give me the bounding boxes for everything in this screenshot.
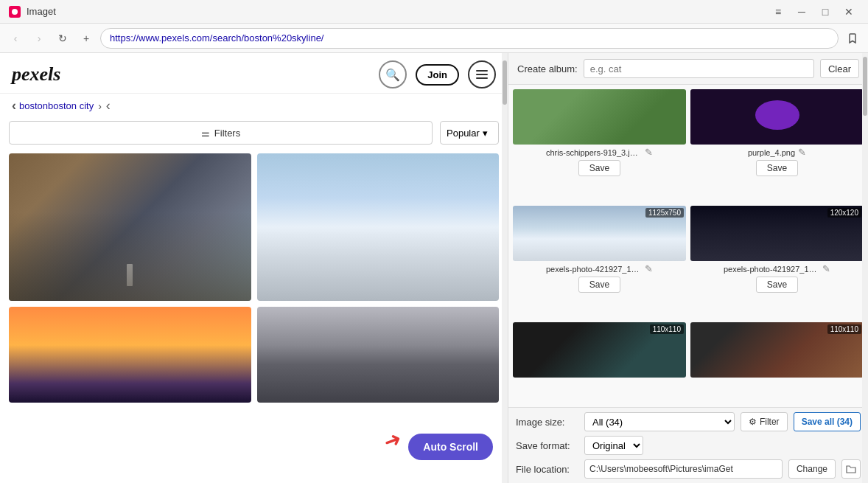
svg-point-0 [12, 9, 18, 15]
menu-hamburger-btn[interactable] [468, 60, 496, 88]
tile-save-btn-4[interactable]: Save [756, 277, 798, 293]
panel-scrollbar[interactable] [862, 53, 868, 483]
img-col-right [257, 153, 500, 403]
tile-edit-icon-3[interactable]: ✎ [645, 263, 653, 274]
scrollbar-track[interactable] [502, 53, 508, 483]
titlebar-left: Imaget [9, 6, 56, 18]
tile-6: 110x110 [690, 322, 864, 403]
arrow-indicator: ➜ [380, 426, 405, 455]
tile-img-6[interactable]: 110x110 [690, 322, 864, 378]
forward-btn[interactable]: › [29, 29, 49, 48]
browser-bar: ‹ › ↻ + [0, 24, 868, 53]
scrollbar-thumb[interactable] [503, 60, 507, 105]
tile-1: chris-schippers-919_3.jpeg ✎ Save [513, 89, 686, 201]
tile-2: purple_4.png ✎ Save [690, 89, 864, 201]
tile-img-5[interactable]: 110x110 [513, 322, 686, 378]
pexels-header: pexels 🔍 Join [0, 53, 508, 94]
tile-5: 110x110 [513, 322, 686, 403]
breadcrumb-area: ‹ bostonboston city › ‹ [0, 94, 508, 118]
image-grid [0, 147, 508, 409]
tile-size-badge-4: 120x120 [827, 208, 861, 218]
change-btn[interactable]: Change [788, 459, 836, 479]
folder-btn[interactable] [841, 459, 861, 479]
chevron-down-icon: ▾ [483, 128, 488, 139]
tile-save-btn-3[interactable]: Save [578, 277, 620, 293]
tile-size-badge-6: 110x110 [827, 324, 861, 334]
hamburger-line-2 [476, 74, 488, 75]
popular-dropdown[interactable]: Popular ▾ [440, 121, 499, 145]
join-btn[interactable]: Join [416, 64, 459, 86]
filter-btn-label: Filter [760, 417, 780, 427]
breadcrumb-links: bostonboston city [19, 100, 94, 111]
browser-content: pexels 🔍 Join ‹ bostonboston city › ‹ [0, 53, 508, 483]
tile-img-4[interactable]: 120x120 [690, 206, 864, 261]
main-container: pexels 🔍 Join ‹ bostonboston city › ‹ [0, 53, 868, 483]
tile-name-row-4: pexels-photo-421927_14.jpeg ✎ [690, 263, 864, 274]
img-col-left [9, 153, 251, 403]
tile-name-row-2: purple_4.png ✎ [690, 147, 864, 158]
filter-icon: ⚌ [201, 128, 210, 139]
bookmark-btn[interactable] [843, 29, 862, 48]
tile-size-badge-3: 1125x750 [645, 208, 684, 218]
address-input[interactable] [100, 28, 839, 49]
panel-scrollbar-thumb[interactable] [863, 57, 867, 116]
tile-name-2: purple_4.png [748, 148, 795, 157]
tile-name-row-1: chris-schippers-919_3.jpeg ✎ [513, 147, 686, 158]
popular-label: Popular [447, 128, 480, 139]
filter-btn[interactable]: ⚙ Filter [741, 412, 788, 431]
breadcrumb-text[interactable]: bostonboston city [19, 100, 94, 111]
tile-img-2[interactable] [690, 89, 864, 145]
auto-scroll-btn[interactable]: Auto Scroll [408, 434, 493, 460]
hamburger-line-1 [476, 70, 488, 72]
right-panel: Create album: Clear chris-schippers-919_… [508, 53, 868, 483]
save-format-label: Save format: [516, 440, 578, 451]
new-tab-btn[interactable]: + [77, 29, 96, 48]
window-controls: ≡ ─ □ ✕ [768, 4, 859, 20]
tiles-container: chris-schippers-919_3.jpeg ✎ Save purple… [508, 85, 868, 407]
close-btn[interactable]: ✕ [839, 4, 859, 20]
image-size-label: Image size: [516, 417, 578, 428]
tile-edit-icon-1[interactable]: ✎ [645, 147, 653, 158]
create-album-label: Create album: [517, 63, 578, 74]
tile-name-1: chris-schippers-919_3.jpeg [546, 148, 642, 157]
album-input[interactable] [584, 59, 814, 78]
header-right: 🔍 Join [379, 60, 496, 88]
tile-img-3[interactable]: 1125x750 [513, 206, 686, 261]
city-image-2[interactable] [257, 153, 500, 301]
tile-img-1[interactable] [513, 89, 686, 145]
breadcrumb-back-icon[interactable]: ‹ [12, 98, 16, 114]
filters-bar: ⚌ Filters Popular ▾ [0, 118, 508, 147]
tile-name-row-3: pexels-photo-421927_15.jpeg ✎ [513, 263, 686, 274]
format-select[interactable]: Original JPEG PNG [584, 436, 643, 455]
tile-edit-icon-4[interactable]: ✎ [822, 263, 830, 274]
back-btn[interactable]: ‹ [6, 29, 25, 48]
save-all-btn[interactable]: Save all (34) [794, 412, 861, 431]
search-btn[interactable]: 🔍 [379, 60, 407, 88]
breadcrumb-expand-icon[interactable]: ‹ [105, 98, 111, 114]
city-image-1[interactable] [9, 153, 251, 301]
save-format-row: Save format: Original JPEG PNG [516, 436, 861, 455]
refresh-btn[interactable]: ↻ [53, 29, 72, 48]
image-size-select[interactable]: All (34) Small Medium Large [584, 412, 735, 431]
maximize-btn[interactable]: □ [815, 4, 836, 20]
file-location-input[interactable] [584, 459, 783, 479]
pexels-logo: pexels [12, 63, 60, 86]
file-location-row: File location: Change [516, 459, 861, 479]
tile-3: 1125x750 pexels-photo-421927_15.jpeg ✎ S… [513, 206, 686, 318]
breadcrumb-down-icon[interactable]: › [97, 100, 102, 112]
tile-edit-icon-2[interactable]: ✎ [798, 147, 806, 158]
tile-name-4: pexels-photo-421927_14.jpeg [724, 265, 819, 274]
filters-btn[interactable]: ⚌ Filters [9, 121, 433, 145]
filters-label: Filters [214, 128, 240, 139]
arch-image[interactable] [257, 307, 500, 403]
tile-save-btn-2[interactable]: Save [756, 160, 798, 176]
panel-header: Create album: Clear [508, 53, 868, 85]
menu-btn[interactable]: ≡ [768, 4, 788, 20]
tile-save-btn-1[interactable]: Save [578, 160, 620, 176]
clear-btn[interactable]: Clear [820, 59, 859, 78]
hamburger-line-3 [476, 77, 488, 79]
sunset-image[interactable] [9, 307, 251, 403]
titlebar: Imaget ≡ ─ □ ✕ [0, 0, 868, 24]
minimize-btn[interactable]: ─ [791, 4, 812, 20]
bottom-controls: Image size: All (34) Small Medium Large … [508, 407, 868, 483]
